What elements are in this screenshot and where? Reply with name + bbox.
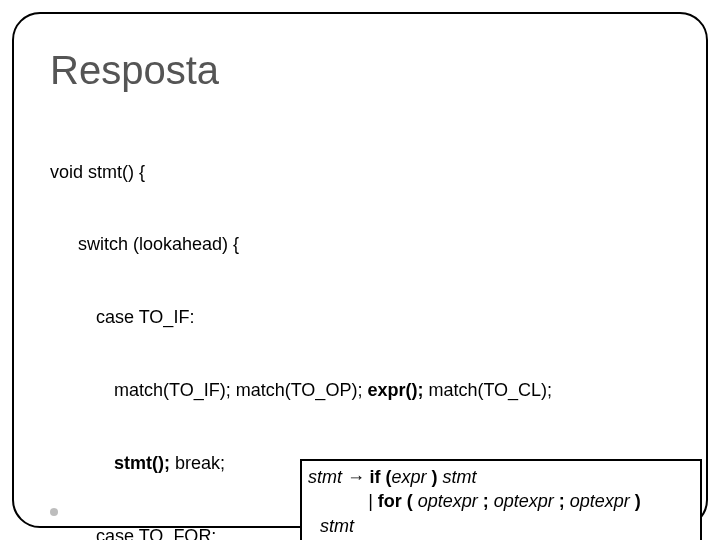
arrow-icon: → [347,467,370,487]
grammar-nt: optexpr [570,491,635,511]
grammar-kw: ) [432,467,443,487]
grammar-kw: ) [635,491,641,511]
grammar-nt: stmt [308,467,342,487]
grammar-box: stmt → if (expr ) stmt | for ( optexpr ;… [300,459,702,540]
slide-marker-dot [50,508,58,516]
code-text: match(TO_IF); match(TO_OP); [114,380,367,400]
grammar-kw: ; [559,491,570,511]
grammar-kw: if ( [370,467,392,487]
grammar-kw: ; [483,491,494,511]
grammar-nt: stmt [443,467,477,487]
grammar-nt: optexpr [494,491,559,511]
slide: Resposta void stmt() { switch (lookahead… [0,0,720,540]
slide-frame: Resposta void stmt() { switch (lookahead… [12,12,708,528]
code-line: void stmt() { [50,160,678,184]
grammar-sep: | [368,491,378,511]
code-line: switch (lookahead) { [50,232,678,256]
code-bold: stmt(); [114,453,170,473]
code-text: break; [170,453,225,473]
grammar-nt: expr [392,467,432,487]
grammar-row: stmt → if (expr ) stmt [308,465,694,489]
code-line: match(TO_IF); match(TO_OP); expr(); matc… [50,378,678,402]
grammar-nt: optexpr [418,491,483,511]
grammar-kw: ( [402,491,418,511]
grammar-row: stmt [308,514,694,538]
grammar-kw: for [378,491,402,511]
code-text: match(TO_CL); [423,380,552,400]
grammar-row: | for ( optexpr ; optexpr ; optexpr ) [308,489,694,513]
code-bold: expr(); [367,380,423,400]
grammar-nt: stmt [320,516,354,536]
slide-title: Resposta [50,48,678,93]
code-line: case TO_IF: [50,305,678,329]
